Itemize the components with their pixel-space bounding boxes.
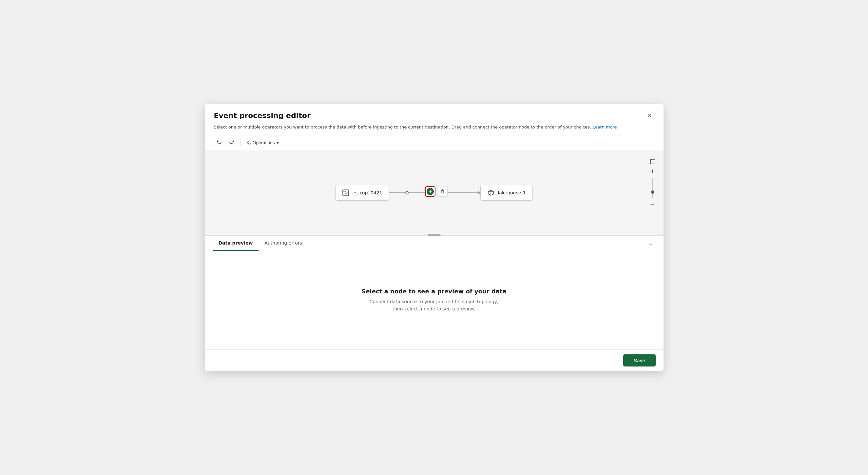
undo-icon bbox=[217, 140, 222, 145]
zoom-track bbox=[652, 178, 653, 198]
dialog-header: Event processing editor × Select one or … bbox=[205, 104, 663, 150]
svg-rect-2 bbox=[343, 190, 349, 196]
operations-label: Operations bbox=[253, 140, 275, 145]
title-row: Event processing editor × bbox=[214, 111, 654, 121]
dialog-footer: Save bbox=[205, 350, 663, 371]
panel-collapse-button[interactable]: ⌄ bbox=[646, 238, 656, 248]
fit-icon bbox=[650, 159, 656, 165]
preview-description: Connect data source to your job and fini… bbox=[365, 298, 503, 313]
zoom-thumb bbox=[651, 190, 654, 194]
connector-line-left bbox=[389, 192, 405, 193]
redo-icon bbox=[229, 140, 234, 145]
learn-more-link[interactable]: Learn more bbox=[592, 125, 617, 129]
save-button[interactable]: Save bbox=[623, 354, 655, 366]
source-icon bbox=[342, 189, 349, 196]
redo-button[interactable] bbox=[226, 138, 237, 147]
bottom-panel: Data preview Authoring errors ⌄ Select a… bbox=[205, 236, 663, 350]
svg-rect-4 bbox=[650, 159, 655, 164]
preview-area: Select a node to see a preview of your d… bbox=[205, 251, 663, 350]
delete-button[interactable] bbox=[437, 186, 447, 197]
zoom-out-button[interactable]: − bbox=[648, 200, 658, 210]
right-connector bbox=[447, 192, 480, 193]
tabs: Data preview Authoring errors bbox=[213, 236, 308, 251]
destination-node-label: lakehouse-1 bbox=[498, 190, 526, 196]
zoom-in-button[interactable]: + bbox=[648, 167, 658, 176]
destination-icon bbox=[487, 189, 494, 196]
source-node[interactable]: es-xujx-0421 bbox=[335, 185, 389, 201]
undo-button[interactable] bbox=[214, 138, 224, 147]
connector-line-left2 bbox=[409, 192, 425, 193]
canvas-area: es-xujx-0421 + bbox=[205, 150, 663, 236]
zoom-controls: + − bbox=[648, 157, 658, 210]
dialog-title: Event processing editor bbox=[214, 112, 311, 120]
event-processing-dialog: Event processing editor × Select one or … bbox=[205, 104, 663, 371]
collapse-bar[interactable] bbox=[428, 234, 441, 236]
operations-chevron-icon: ▾ bbox=[277, 140, 279, 145]
svg-rect-3 bbox=[441, 190, 444, 193]
preview-title: Select a node to see a preview of your d… bbox=[362, 288, 506, 295]
arrow-line bbox=[447, 192, 480, 193]
destination-node[interactable]: lakehouse-1 bbox=[480, 185, 533, 201]
dialog-subtitle: Select one or multiple operators you wan… bbox=[214, 124, 654, 130]
left-connector bbox=[389, 191, 425, 195]
tab-data-preview[interactable]: Data preview bbox=[213, 236, 259, 251]
close-button[interactable]: × bbox=[645, 111, 654, 121]
toolbar-divider bbox=[240, 139, 241, 146]
canvas-inner: es-xujx-0421 + bbox=[205, 150, 663, 235]
fit-view-button[interactable] bbox=[648, 157, 658, 167]
connector-dot bbox=[405, 191, 409, 195]
trash-icon bbox=[440, 189, 445, 194]
operations-button[interactable]: Operations ▾ bbox=[244, 138, 281, 147]
tab-authoring-errors[interactable]: Authoring errors bbox=[258, 236, 308, 251]
toolbar: Operations ▾ bbox=[214, 135, 654, 150]
tabs-row: Data preview Authoring errors ⌄ bbox=[205, 236, 663, 251]
add-operator-button[interactable]: + bbox=[425, 186, 435, 197]
add-icon: + bbox=[427, 188, 434, 195]
operations-icon bbox=[246, 140, 251, 145]
source-node-label: es-xujx-0421 bbox=[352, 190, 382, 196]
collapse-handle[interactable] bbox=[428, 234, 441, 236]
flow-diagram: es-xujx-0421 + bbox=[335, 185, 533, 201]
